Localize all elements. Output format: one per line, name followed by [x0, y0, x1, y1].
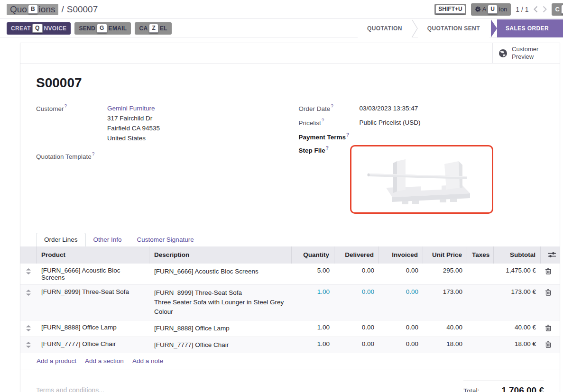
cell-invoiced[interactable]: 0.00: [379, 285, 423, 299]
delete-line-button[interactable]: [541, 264, 561, 278]
order-line-row[interactable]: [FURN_8999] Three-Seat Sofa [FURN_8999] …: [20, 284, 560, 320]
cell-taxes[interactable]: [467, 285, 494, 292]
cell-product[interactable]: [FURN_8888] Office Lamp: [37, 320, 149, 334]
breadcrumb-quotations-link[interactable]: QuoBions: [7, 4, 58, 15]
customer-preview-button[interactable]: CustomerPreview: [492, 43, 560, 63]
cell-taxes[interactable]: [467, 264, 494, 270]
description-line: [FURN_8888] Office Lamp: [154, 324, 287, 333]
help-icon: ?: [331, 104, 333, 109]
cell-invoiced[interactable]: 0.00: [379, 264, 423, 277]
column-header-invoiced[interactable]: Invoiced: [379, 246, 423, 264]
trash-icon: [545, 325, 551, 331]
record-title: S00007: [36, 75, 544, 91]
trash-icon: [545, 289, 551, 296]
order-line-row[interactable]: [FURN_7777] Office Chair [FURN_7777] Off…: [20, 337, 560, 353]
drag-handle[interactable]: [20, 337, 37, 351]
column-header-subtotal[interactable]: Subtotal: [494, 246, 541, 264]
cell-invoiced[interactable]: 0.00: [379, 337, 423, 351]
column-header-description[interactable]: Description: [149, 246, 292, 264]
create-invoice-button[interactable]: CREATQNVOICE: [7, 22, 71, 35]
total-value: 1,706.00 €: [501, 385, 544, 392]
pager-counter: 1 / 1: [516, 6, 528, 13]
cell-product[interactable]: [FURN_7777] Office Chair: [37, 337, 149, 351]
add-a-section-link[interactable]: Add a section: [85, 357, 124, 365]
tab-other-info[interactable]: Other Info: [86, 233, 129, 246]
cell-invoiced[interactable]: 0.00: [379, 320, 423, 334]
help-icon: ?: [322, 118, 324, 123]
order-date-field-value[interactable]: 03/03/2023 13:35:47: [360, 103, 418, 113]
step-file-image[interactable]: [350, 145, 493, 214]
cell-description[interactable]: [FURN_6666] Acoustic Bloc Screens: [149, 264, 292, 280]
cell-delivered[interactable]: 0.00: [334, 285, 379, 299]
terms-and-conditions-placeholder[interactable]: Terms and conditions...: [36, 386, 104, 392]
pricelist-field-value[interactable]: Public Pricelist (USD): [360, 118, 421, 128]
customer-link[interactable]: Gemini Furniture: [107, 103, 160, 113]
cell-unit-price[interactable]: 18.00: [423, 337, 467, 351]
gear-icon: [475, 6, 481, 12]
stage-quotation-sent[interactable]: QUOTATION SENT: [418, 19, 489, 37]
stage-quotation[interactable]: QUOTATION: [358, 19, 412, 37]
add-a-note-link[interactable]: Add a note: [132, 357, 163, 365]
drag-handle[interactable]: [20, 285, 37, 299]
delete-line-button[interactable]: [541, 320, 561, 335]
sale-order-form: CustomerPreview S00007 Customer? Gemini …: [20, 43, 560, 392]
column-header-taxes[interactable]: Taxes: [467, 246, 494, 264]
trash-icon: [545, 341, 551, 348]
cutoff-top-right-button[interactable]: C: [552, 3, 563, 16]
tab-order-lines[interactable]: Order Lines: [36, 233, 86, 246]
column-header-delivered[interactable]: Delivered: [334, 246, 379, 264]
stage-sales-order[interactable]: SALES ORDER: [497, 19, 563, 37]
cell-description[interactable]: [FURN_8999] Three-Seat SofaThree Seater …: [149, 285, 292, 320]
globe-icon: [498, 49, 508, 58]
order-line-rows: [FURN_6666] Acoustic Bloc Screens [FURN_…: [20, 264, 560, 353]
delete-line-button[interactable]: [541, 285, 561, 299]
favorite-toggle-button[interactable]: SHIFT+U: [434, 4, 466, 15]
send-email-label-pre: SEND: [79, 25, 95, 32]
cell-quantity[interactable]: 1.00: [292, 337, 334, 351]
order-line-row[interactable]: [FURN_6666] Acoustic Bloc Screens [FURN_…: [20, 264, 560, 284]
drag-handle[interactable]: [20, 264, 37, 278]
order-lines-table: Product Description Quantity Delivered I…: [20, 246, 560, 370]
description-line: [FURN_7777] Office Chair: [154, 340, 287, 350]
cell-delivered[interactable]: 0.00: [334, 320, 379, 334]
breadcrumb-current-record: S00007: [67, 4, 98, 15]
customer-field-label: Customer?: [36, 103, 107, 143]
order-line-row[interactable]: [FURN_8888] Office Lamp [FURN_8888] Offi…: [20, 320, 560, 337]
cell-quantity[interactable]: 1.00: [292, 285, 334, 299]
breadcrumb-text-post: ions: [39, 4, 55, 15]
table-header-row: Product Description Quantity Delivered I…: [20, 246, 560, 264]
cell-delivered[interactable]: 0.00: [334, 264, 379, 277]
cell-quantity[interactable]: 5.00: [292, 264, 334, 277]
cell-delivered[interactable]: 0.00: [334, 337, 379, 351]
send-email-button[interactable]: SENDGEMAIL: [74, 22, 131, 35]
drag-handle[interactable]: [20, 320, 37, 335]
cell-description[interactable]: [FURN_8888] Office Lamp: [149, 320, 292, 337]
cell-quantity[interactable]: 1.00: [292, 320, 334, 334]
cancel-button[interactable]: CAZEL: [135, 22, 172, 35]
pager-next-icon[interactable]: [543, 6, 547, 13]
cell-unit-price[interactable]: 40.00: [423, 320, 467, 334]
cell-description[interactable]: [FURN_7777] Office Chair: [149, 337, 292, 353]
record-pager: 1 / 1: [516, 6, 546, 13]
cell-product[interactable]: [FURN_6666] Acoustic Bloc Screens: [37, 264, 149, 284]
column-header-unit-price[interactable]: Unit Price: [423, 246, 467, 264]
add-line-links: Add a product Add a section Add a note: [20, 353, 560, 370]
cell-taxes[interactable]: [467, 337, 494, 344]
help-icon: ?: [326, 146, 329, 151]
optional-columns-toggle[interactable]: [541, 246, 561, 264]
column-header-quantity[interactable]: Quantity: [292, 246, 334, 264]
add-a-product-link[interactable]: Add a product: [37, 357, 76, 365]
description-line: [FURN_6666] Acoustic Bloc Screens: [154, 267, 287, 276]
send-email-label-post: EMAIL: [109, 25, 127, 32]
cell-unit-price[interactable]: 173.00: [423, 285, 467, 299]
cell-taxes[interactable]: [467, 320, 494, 327]
pager-previous-icon[interactable]: [534, 6, 538, 13]
trash-icon: [545, 268, 551, 274]
cell-product[interactable]: [FURN_8999] Three-Seat Sofa: [37, 285, 149, 299]
action-menu-button[interactable]: AUion: [471, 3, 511, 16]
cell-unit-price[interactable]: 295.00: [423, 264, 467, 277]
delete-line-button[interactable]: [541, 337, 561, 351]
tab-customer-signature[interactable]: Customer Signature: [129, 233, 202, 246]
help-icon: ?: [92, 152, 95, 157]
column-header-product[interactable]: Product: [37, 246, 149, 264]
